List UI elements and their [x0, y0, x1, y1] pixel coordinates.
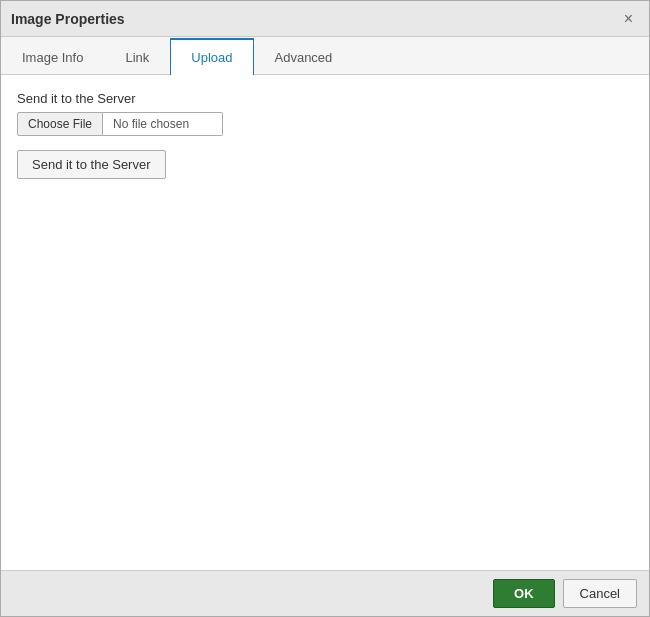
close-button[interactable]: × — [618, 9, 639, 29]
cancel-button[interactable]: Cancel — [563, 579, 637, 608]
choose-file-button[interactable]: Choose File — [17, 112, 103, 136]
dialog-title: Image Properties — [11, 11, 125, 27]
file-name-display: No file chosen — [103, 112, 223, 136]
dialog-header: Image Properties × — [1, 1, 649, 37]
tab-advanced[interactable]: Advanced — [254, 38, 354, 75]
file-input-row: Choose File No file chosen — [17, 112, 633, 136]
tab-image-info[interactable]: Image Info — [1, 38, 104, 75]
ok-button[interactable]: OK — [493, 579, 555, 608]
upload-section-label: Send it to the Server — [17, 91, 633, 106]
tabs-bar: Image Info Link Upload Advanced — [1, 37, 649, 75]
image-properties-dialog: Image Properties × Image Info Link Uploa… — [0, 0, 650, 617]
tab-upload[interactable]: Upload — [170, 38, 253, 75]
dialog-footer: OK Cancel — [1, 570, 649, 616]
tab-link[interactable]: Link — [104, 38, 170, 75]
send-to-server-button[interactable]: Send it to the Server — [17, 150, 166, 179]
tab-content-upload: Send it to the Server Choose File No fil… — [1, 75, 649, 570]
upload-section: Send it to the Server Choose File No fil… — [17, 91, 633, 179]
